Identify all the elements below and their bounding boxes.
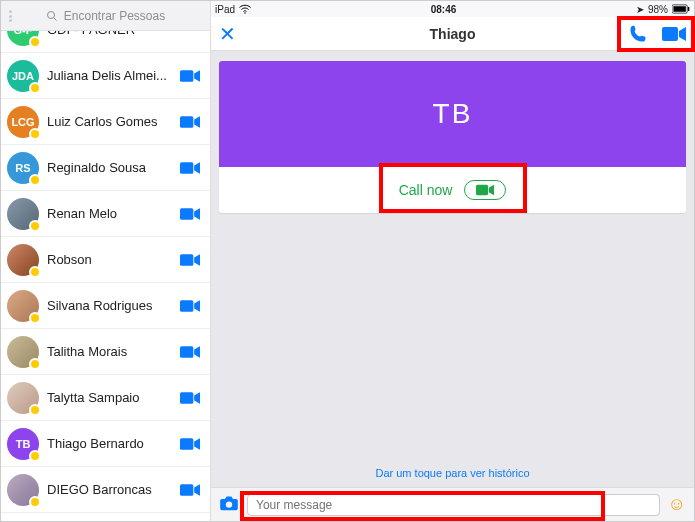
video-icon[interactable] — [180, 207, 202, 221]
video-icon[interactable] — [180, 161, 202, 175]
status-badge — [29, 404, 41, 416]
svg-rect-6 — [180, 254, 193, 266]
svg-rect-10 — [180, 438, 193, 450]
contact-name: Reginaldo Sousa — [47, 160, 172, 175]
svg-rect-9 — [180, 392, 193, 404]
svg-rect-2 — [180, 70, 193, 82]
call-now-row[interactable]: Call now — [219, 167, 686, 213]
avatar: JDA — [7, 60, 39, 92]
svg-rect-15 — [688, 7, 689, 11]
message-text-field[interactable] — [256, 495, 651, 515]
svg-rect-4 — [180, 162, 193, 174]
app-root: Encontrar Pessoas G-FGDI - FAGNERJDAJuli… — [0, 0, 695, 522]
status-badge — [29, 312, 41, 324]
wifi-icon — [239, 4, 251, 14]
svg-line-1 — [53, 17, 56, 20]
svg-rect-17 — [476, 185, 488, 196]
location-icon: ➤ — [636, 4, 644, 15]
message-input[interactable] — [247, 494, 660, 516]
profile-initials: TB — [433, 98, 473, 130]
contact-row[interactable]: Silvana Rodrigues — [1, 283, 210, 329]
video-icon[interactable] — [180, 437, 202, 451]
status-badge — [29, 496, 41, 508]
contact-list[interactable]: G-FGDI - FAGNERJDAJuliana Delis Almei...… — [1, 31, 210, 521]
svg-rect-16 — [662, 27, 678, 41]
battery-icon — [672, 4, 690, 14]
video-icon[interactable] — [180, 483, 202, 497]
avatar — [7, 290, 39, 322]
emoji-button[interactable]: ☺ — [668, 494, 686, 515]
contact-row[interactable]: DIEGO Barroncas — [1, 467, 210, 513]
call-now-video-pill[interactable] — [464, 180, 506, 200]
clock: 08:46 — [431, 4, 457, 15]
contact-name: Robson — [47, 252, 172, 267]
video-call-button[interactable] — [662, 26, 686, 42]
search-input[interactable]: Encontrar Pessoas — [1, 1, 210, 31]
video-icon[interactable] — [180, 253, 202, 267]
close-button[interactable]: ✕ — [219, 22, 236, 46]
contact-row[interactable]: JDAJuliana Delis Almei... — [1, 53, 210, 99]
contact-row[interactable]: Talitha Morais — [1, 329, 210, 375]
avatar — [7, 474, 39, 506]
status-badge — [29, 266, 41, 278]
message-input-bar: ☺ — [211, 487, 694, 521]
chat-title: Thiago — [211, 26, 694, 42]
avatar — [7, 336, 39, 368]
avatar: TB — [7, 428, 39, 460]
contact-row[interactable]: TBThiago Bernardo — [1, 421, 210, 467]
contact-name: Talytta Sampaio — [47, 390, 172, 405]
svg-rect-14 — [673, 6, 685, 12]
contact-name: Juliana Delis Almei... — [47, 68, 172, 83]
menu-icon[interactable] — [7, 8, 23, 24]
video-icon[interactable] — [180, 345, 202, 359]
avatar — [7, 198, 39, 230]
contact-row[interactable]: Renan Melo — [1, 191, 210, 237]
search-icon — [46, 10, 58, 22]
contact-name: Thiago Bernardo — [47, 436, 172, 451]
video-icon[interactable] — [180, 299, 202, 313]
status-badge — [29, 82, 41, 94]
chat-body[interactable]: Dar um toque para ver histórico — [211, 223, 694, 487]
svg-point-18 — [226, 501, 232, 507]
status-bar: iPad 08:46 ➤ 98% — [211, 1, 694, 17]
svg-point-12 — [244, 12, 246, 14]
contacts-sidebar: Encontrar Pessoas G-FGDI - FAGNERJDAJuli… — [1, 1, 211, 521]
profile-banner: TB — [219, 61, 686, 167]
search-placeholder: Encontrar Pessoas — [64, 9, 165, 23]
svg-rect-5 — [180, 208, 193, 220]
battery-label: 98% — [648, 4, 668, 15]
phone-call-button[interactable] — [628, 24, 648, 44]
profile-card-wrap: TB Call now — [211, 51, 694, 223]
contact-name: Luiz Carlos Gomes — [47, 114, 172, 129]
chat-pane: iPad 08:46 ➤ 98% ✕ Thiago — [211, 1, 694, 521]
video-icon[interactable] — [180, 69, 202, 83]
chat-header: ✕ Thiago — [211, 17, 694, 51]
profile-card: TB Call now — [219, 61, 686, 213]
svg-rect-3 — [180, 116, 193, 128]
contact-row[interactable]: Robson — [1, 237, 210, 283]
contact-row[interactable]: RSReginaldo Sousa — [1, 145, 210, 191]
contact-row[interactable]: Talytta Sampaio — [1, 375, 210, 421]
contact-name: Talitha Morais — [47, 344, 172, 359]
avatar: RS — [7, 152, 39, 184]
camera-button[interactable] — [219, 495, 239, 515]
video-icon[interactable] — [180, 115, 202, 129]
status-badge — [29, 450, 41, 462]
avatar: G-F — [7, 31, 39, 46]
status-badge — [29, 220, 41, 232]
contact-row[interactable]: LCGLuiz Carlos Gomes — [1, 99, 210, 145]
history-hint[interactable]: Dar um toque para ver histórico — [211, 467, 694, 479]
call-now-label: Call now — [399, 182, 453, 198]
video-icon[interactable] — [180, 391, 202, 405]
status-badge — [29, 36, 41, 48]
status-badge — [29, 128, 41, 140]
status-badge — [29, 358, 41, 370]
contact-name: Silvana Rodrigues — [47, 298, 172, 313]
svg-point-0 — [47, 11, 54, 18]
contact-name: Renan Melo — [47, 206, 172, 221]
avatar — [7, 244, 39, 276]
contact-row[interactable]: G-FGDI - FAGNER — [1, 31, 210, 53]
search-bar: Encontrar Pessoas — [1, 1, 210, 31]
avatar: LCG — [7, 106, 39, 138]
svg-rect-8 — [180, 346, 193, 358]
